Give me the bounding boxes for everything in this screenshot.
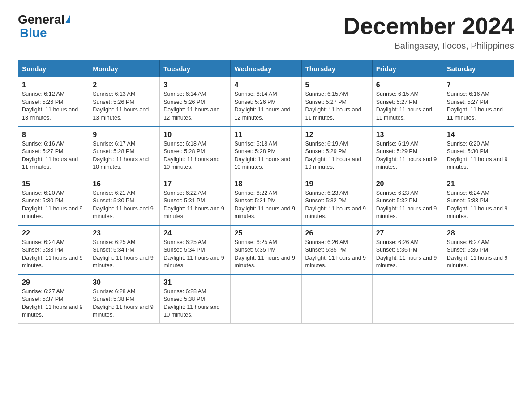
- day-number: 5: [305, 81, 369, 89]
- day-info: Sunrise: 6:20 AM Sunset: 5:30 PM Dayligh…: [22, 189, 85, 221]
- logo-triangle-icon: [65, 15, 70, 23]
- calendar-day-cell: 4 Sunrise: 6:14 AM Sunset: 5:26 PM Dayli…: [231, 77, 301, 127]
- calendar-day-cell: [301, 274, 372, 324]
- calendar-day-cell: 10 Sunrise: 6:18 AM Sunset: 5:28 PM Dayl…: [160, 127, 231, 176]
- day-info: Sunrise: 6:22 AM Sunset: 5:31 PM Dayligh…: [163, 189, 227, 221]
- day-number: 26: [305, 229, 369, 237]
- day-number: 16: [93, 180, 156, 188]
- column-header-sunday: Sunday: [18, 60, 89, 77]
- day-info: Sunrise: 6:19 AM Sunset: 5:29 PM Dayligh…: [305, 140, 369, 171]
- day-number: 6: [376, 81, 439, 89]
- calendar-day-cell: 30 Sunrise: 6:28 AM Sunset: 5:38 PM Dayl…: [89, 274, 160, 324]
- day-info: Sunrise: 6:16 AM Sunset: 5:27 PM Dayligh…: [22, 140, 85, 171]
- day-info: Sunrise: 6:25 AM Sunset: 5:34 PM Dayligh…: [93, 239, 156, 270]
- day-number: 18: [234, 180, 297, 188]
- calendar-day-cell: 21 Sunrise: 6:24 AM Sunset: 5:33 PM Dayl…: [443, 176, 514, 225]
- calendar-day-cell: 20 Sunrise: 6:23 AM Sunset: 5:32 PM Dayl…: [372, 176, 443, 225]
- day-info: Sunrise: 6:23 AM Sunset: 5:32 PM Dayligh…: [305, 189, 369, 221]
- day-number: 2: [93, 81, 156, 89]
- calendar-day-cell: 25 Sunrise: 6:25 AM Sunset: 5:35 PM Dayl…: [231, 225, 301, 274]
- day-number: 14: [447, 131, 510, 139]
- day-info: Sunrise: 6:21 AM Sunset: 5:30 PM Dayligh…: [93, 189, 156, 221]
- day-info: Sunrise: 6:20 AM Sunset: 5:30 PM Dayligh…: [447, 140, 510, 171]
- calendar-day-cell: 26 Sunrise: 6:26 AM Sunset: 5:35 PM Dayl…: [301, 225, 372, 274]
- calendar-day-cell: 13 Sunrise: 6:19 AM Sunset: 5:29 PM Dayl…: [372, 127, 443, 176]
- day-number: 9: [93, 131, 156, 139]
- day-number: 19: [305, 180, 369, 188]
- day-info: Sunrise: 6:24 AM Sunset: 5:33 PM Dayligh…: [22, 239, 85, 270]
- calendar-week-row: 15 Sunrise: 6:20 AM Sunset: 5:30 PM Dayl…: [18, 176, 514, 225]
- day-info: Sunrise: 6:28 AM Sunset: 5:38 PM Dayligh…: [163, 288, 227, 319]
- calendar-week-row: 22 Sunrise: 6:24 AM Sunset: 5:33 PM Dayl…: [18, 225, 514, 274]
- day-info: Sunrise: 6:22 AM Sunset: 5:31 PM Dayligh…: [234, 189, 297, 221]
- column-header-monday: Monday: [89, 60, 160, 77]
- title-area: December 2024 Balingasay, Ilocos, Philip…: [343, 13, 514, 51]
- day-number: 10: [163, 131, 227, 139]
- day-number: 7: [447, 81, 510, 89]
- day-info: Sunrise: 6:28 AM Sunset: 5:38 PM Dayligh…: [93, 288, 156, 319]
- day-number: 30: [93, 278, 156, 287]
- day-number: 1: [22, 81, 85, 89]
- calendar-day-cell: 22 Sunrise: 6:24 AM Sunset: 5:33 PM Dayl…: [18, 225, 89, 274]
- day-info: Sunrise: 6:26 AM Sunset: 5:35 PM Dayligh…: [305, 239, 369, 270]
- calendar-day-cell: 19 Sunrise: 6:23 AM Sunset: 5:32 PM Dayl…: [301, 176, 372, 225]
- day-info: Sunrise: 6:19 AM Sunset: 5:29 PM Dayligh…: [376, 140, 439, 171]
- calendar-day-cell: 31 Sunrise: 6:28 AM Sunset: 5:38 PM Dayl…: [160, 274, 231, 324]
- day-number: 8: [22, 131, 85, 139]
- calendar-day-cell: 15 Sunrise: 6:20 AM Sunset: 5:30 PM Dayl…: [18, 176, 89, 225]
- day-info: Sunrise: 6:18 AM Sunset: 5:28 PM Dayligh…: [163, 140, 227, 171]
- day-number: 3: [163, 81, 227, 89]
- calendar-day-cell: 28 Sunrise: 6:27 AM Sunset: 5:36 PM Dayl…: [443, 225, 514, 274]
- calendar-day-cell: 1 Sunrise: 6:12 AM Sunset: 5:26 PM Dayli…: [18, 77, 89, 127]
- day-number: 23: [93, 229, 156, 237]
- calendar-week-row: 29 Sunrise: 6:27 AM Sunset: 5:37 PM Dayl…: [18, 274, 514, 324]
- day-info: Sunrise: 6:12 AM Sunset: 5:26 PM Dayligh…: [22, 90, 85, 122]
- day-number: 28: [447, 229, 510, 237]
- calendar-day-cell: 29 Sunrise: 6:27 AM Sunset: 5:37 PM Dayl…: [18, 274, 89, 324]
- day-number: 12: [305, 131, 369, 139]
- logo-general-text: General: [18, 13, 64, 26]
- day-info: Sunrise: 6:27 AM Sunset: 5:36 PM Dayligh…: [447, 239, 510, 270]
- day-info: Sunrise: 6:18 AM Sunset: 5:28 PM Dayligh…: [234, 140, 297, 171]
- logo-blue-text: Blue: [20, 26, 47, 40]
- day-number: 4: [234, 81, 297, 89]
- calendar-day-cell: [443, 274, 514, 324]
- calendar-week-row: 1 Sunrise: 6:12 AM Sunset: 5:26 PM Dayli…: [18, 77, 514, 127]
- calendar-day-cell: 14 Sunrise: 6:20 AM Sunset: 5:30 PM Dayl…: [443, 127, 514, 176]
- calendar-week-row: 8 Sunrise: 6:16 AM Sunset: 5:27 PM Dayli…: [18, 127, 514, 176]
- calendar-day-cell: 18 Sunrise: 6:22 AM Sunset: 5:31 PM Dayl…: [231, 176, 301, 225]
- day-info: Sunrise: 6:24 AM Sunset: 5:33 PM Dayligh…: [447, 189, 510, 221]
- day-number: 11: [234, 131, 297, 139]
- calendar-day-cell: 5 Sunrise: 6:15 AM Sunset: 5:27 PM Dayli…: [301, 77, 372, 127]
- day-info: Sunrise: 6:25 AM Sunset: 5:35 PM Dayligh…: [234, 239, 297, 270]
- calendar-day-cell: [231, 274, 301, 324]
- logo: General Blue: [18, 13, 70, 40]
- day-number: 15: [22, 180, 85, 188]
- calendar-day-cell: 9 Sunrise: 6:17 AM Sunset: 5:28 PM Dayli…: [89, 127, 160, 176]
- day-number: 21: [447, 180, 510, 188]
- day-info: Sunrise: 6:25 AM Sunset: 5:34 PM Dayligh…: [163, 239, 227, 270]
- day-info: Sunrise: 6:23 AM Sunset: 5:32 PM Dayligh…: [376, 189, 439, 221]
- day-number: 31: [163, 278, 227, 287]
- column-header-friday: Friday: [372, 60, 443, 77]
- day-number: 22: [22, 229, 85, 237]
- day-info: Sunrise: 6:26 AM Sunset: 5:36 PM Dayligh…: [376, 239, 439, 270]
- day-info: Sunrise: 6:16 AM Sunset: 5:27 PM Dayligh…: [447, 90, 510, 122]
- column-header-saturday: Saturday: [443, 60, 514, 77]
- day-number: 20: [376, 180, 439, 188]
- calendar-day-cell: 2 Sunrise: 6:13 AM Sunset: 5:26 PM Dayli…: [89, 77, 160, 127]
- day-number: 29: [22, 278, 85, 287]
- day-info: Sunrise: 6:15 AM Sunset: 5:27 PM Dayligh…: [305, 90, 369, 122]
- calendar-day-cell: 27 Sunrise: 6:26 AM Sunset: 5:36 PM Dayl…: [372, 225, 443, 274]
- day-number: 17: [163, 180, 227, 188]
- column-header-thursday: Thursday: [301, 60, 372, 77]
- day-number: 27: [376, 229, 439, 237]
- day-number: 25: [234, 229, 297, 237]
- calendar-day-cell: 16 Sunrise: 6:21 AM Sunset: 5:30 PM Dayl…: [89, 176, 160, 225]
- calendar-day-cell: 23 Sunrise: 6:25 AM Sunset: 5:34 PM Dayl…: [89, 225, 160, 274]
- calendar-day-cell: 24 Sunrise: 6:25 AM Sunset: 5:34 PM Dayl…: [160, 225, 231, 274]
- calendar-table: SundayMondayTuesdayWednesdayThursdayFrid…: [18, 60, 514, 324]
- calendar-day-cell: 3 Sunrise: 6:14 AM Sunset: 5:26 PM Dayli…: [160, 77, 231, 127]
- calendar-day-cell: 17 Sunrise: 6:22 AM Sunset: 5:31 PM Dayl…: [160, 176, 231, 225]
- calendar-day-cell: [372, 274, 443, 324]
